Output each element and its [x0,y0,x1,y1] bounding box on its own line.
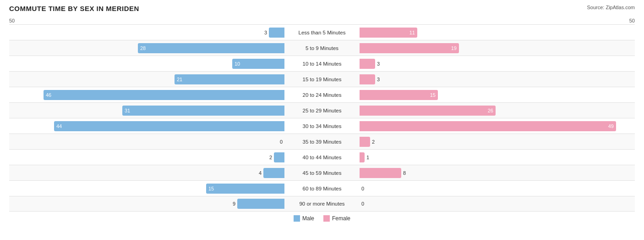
table-row: 4 45 to 59 Minutes 8 [9,165,635,180]
male-bar: 44 [54,121,284,131]
male-side: 0 [9,134,285,149]
female-value: 1 [366,155,369,160]
legend-female-label: Female [332,215,350,222]
female-value: 2 [372,139,375,145]
row-label: 60 to 89 Minutes [285,186,359,191]
male-side: 9 [9,196,285,211]
row-label: 20 to 24 Minutes [285,92,359,98]
source-text: Source: ZipAtlas.com [587,5,635,10]
row-label: 10 to 14 Minutes [285,61,359,67]
table-row: 3 Less than 5 Minutes 11 [9,24,635,40]
male-side: 21 [9,72,285,87]
female-value-inside: 26 [488,108,493,113]
male-bar [274,152,284,162]
female-bar: 49 [360,121,616,131]
male-bar [263,168,284,178]
table-row: 15 60 to 89 Minutes 0 [9,180,635,196]
row-label: 30 to 34 Minutes [285,123,359,129]
legend-male-label: Male [302,215,314,222]
chart-area: 3 Less than 5 Minutes 11 28 5 to 9 Minut… [9,24,635,212]
male-bar: 46 [44,90,284,100]
female-side: 0 [359,181,635,196]
table-row: 31 25 to 29 Minutes 26 [9,102,635,118]
row-label: 5 to 9 Minutes [285,45,359,51]
female-side: 19 [359,40,635,56]
table-row: 0 35 to 39 Minutes 2 [9,134,635,149]
female-bar [360,74,375,84]
female-bar: 15 [360,90,438,100]
male-value-inside: 21 [177,77,182,82]
female-value: 3 [377,61,380,67]
male-bar: 28 [138,43,284,53]
female-side: 11 [359,25,635,40]
male-value-inside: 15 [208,186,214,191]
male-value-inside: 44 [56,123,62,129]
female-side: 3 [359,56,635,71]
male-bar: 31 [122,106,284,116]
table-row: 9 90 or more Minutes 0 [9,196,635,212]
table-row: 44 30 to 34 Minutes 49 [9,118,635,134]
female-side: 49 [359,118,635,134]
male-value: 0 [280,139,283,145]
row-label: 35 to 39 Minutes [285,139,359,145]
male-value: 9 [233,201,235,207]
legend-male-icon [294,215,300,222]
male-side: 4 [9,165,285,180]
table-row: 2 40 to 44 Minutes 1 [9,149,635,165]
female-value: 8 [403,170,406,176]
table-row: 28 5 to 9 Minutes 19 [9,40,635,56]
male-value: 4 [259,170,262,176]
male-side: 3 [9,25,285,40]
legend: Male Female [9,215,635,222]
female-bar: 26 [360,106,496,116]
axis-labels: 50 50 [9,18,635,24]
female-side: 15 [359,87,635,102]
male-bar: 10 [232,59,284,69]
male-value: 2 [269,155,272,160]
female-value: 0 [361,201,364,207]
male-side: 15 [9,181,285,196]
male-side: 46 [9,87,285,102]
row-label: 15 to 19 Minutes [285,77,359,82]
male-bar: 21 [175,74,284,84]
male-value-inside: 28 [140,45,146,51]
female-bar [360,137,370,147]
male-bar [237,199,284,209]
female-side: 26 [359,103,635,118]
row-label: 45 to 59 Minutes [285,170,359,176]
legend-female: Female [323,215,350,222]
legend-female-icon [323,215,330,222]
female-value: 3 [377,77,380,82]
female-bar [360,168,401,178]
female-value: 0 [361,186,364,191]
male-side: 44 [9,118,285,134]
table-row: 10 10 to 14 Minutes 3 [9,56,635,71]
axis-right: 50 [629,18,635,23]
female-side: 0 [359,196,635,211]
female-side: 1 [359,150,635,165]
female-value-inside: 15 [430,92,436,98]
male-value-inside: 31 [125,108,130,113]
female-bar: 11 [360,28,417,38]
female-side: 2 [359,134,635,149]
row-label: 90 or more Minutes [285,201,359,207]
female-bar [360,59,375,69]
female-side: 8 [359,165,635,180]
male-side: 31 [9,103,285,118]
row-label: 40 to 44 Minutes [285,155,359,160]
male-value: 3 [264,30,267,35]
row-label: 25 to 29 Minutes [285,108,359,113]
table-row: 46 20 to 24 Minutes 15 [9,87,635,102]
legend-male: Male [294,215,314,222]
female-side: 3 [359,72,635,87]
female-value-inside: 19 [451,45,457,51]
male-value-inside: 46 [46,92,51,98]
male-side: 2 [9,150,285,165]
female-value-inside: 49 [608,123,614,129]
male-side: 28 [9,40,285,56]
axis-left: 50 [9,18,15,23]
male-value-inside: 10 [235,61,240,67]
male-bar: 15 [206,184,284,194]
male-side: 10 [9,56,285,71]
female-bar: 19 [360,43,459,53]
